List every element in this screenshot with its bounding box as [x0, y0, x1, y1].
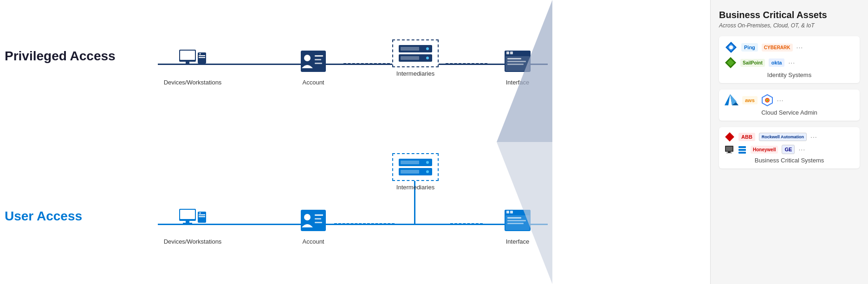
abb-text: ABB	[738, 133, 755, 141]
svg-point-18	[426, 57, 429, 59]
svg-rect-29	[186, 221, 189, 223]
svg-rect-1	[180, 51, 195, 60]
panel-subtitle: Across On-Premises, Cloud, OT, & IoT	[719, 22, 860, 29]
priv-intermediary-box	[392, 39, 439, 67]
cloud-admin-section: aws ··· Cloud Service Admin	[719, 90, 860, 121]
user-account-node: Account	[283, 206, 343, 245]
priv-interface-label: Interface	[506, 79, 530, 86]
cloud-label: Cloud Service Admin	[725, 109, 854, 116]
svg-rect-22	[506, 52, 509, 54]
svg-rect-11	[315, 59, 321, 60]
business-logos-row1: ABB Rockwell Automation ···	[725, 132, 854, 142]
identity-systems-section: Ping CYBERARK ··· SailPoint okta ··· Ide…	[719, 36, 860, 83]
svg-rect-43	[401, 170, 419, 174]
svg-point-68	[766, 100, 768, 101]
svg-rect-75	[738, 149, 746, 151]
user-intermediary-box	[392, 153, 439, 181]
dots-4: ···	[810, 133, 817, 141]
priv-device-icon	[176, 46, 209, 76]
gcp-logo	[761, 94, 773, 106]
svg-rect-72	[728, 152, 731, 153]
rockwell-text: Rockwell Automation	[759, 133, 807, 141]
svg-rect-42	[401, 161, 419, 164]
priv-account-node: Account	[283, 46, 343, 86]
user-intermediaries-node: Intermediaries	[385, 153, 446, 191]
svg-point-17	[426, 47, 429, 50]
svg-point-34	[200, 213, 201, 214]
dots-1: ···	[797, 44, 803, 51]
svg-rect-6	[199, 57, 205, 58]
svg-rect-52	[507, 220, 526, 221]
svg-point-59	[729, 45, 733, 49]
priv-intermediaries-label: Intermediaries	[396, 70, 434, 77]
svg-rect-69	[725, 132, 734, 142]
svg-rect-28	[180, 210, 195, 219]
monitor-icon	[725, 145, 734, 154]
svg-point-44	[426, 161, 429, 164]
svg-point-36	[304, 214, 311, 220]
user-account-icon	[297, 206, 330, 235]
dots-2: ···	[788, 59, 795, 66]
user-intermediaries-label: Intermediaries	[396, 184, 434, 191]
priv-account-label: Account	[303, 79, 324, 86]
priv-intermediaries-node: Intermediaries	[385, 39, 446, 77]
dots-5: ···	[798, 146, 805, 153]
panel-title: Business Critical Assets	[719, 9, 860, 20]
svg-rect-37	[315, 214, 323, 216]
dots-3: ···	[777, 97, 784, 104]
priv-dashed-left	[343, 63, 390, 65]
priv-account-icon	[297, 46, 330, 76]
right-panel: Business Critical Assets Across On-Premi…	[710, 0, 868, 284]
honeywell-text: Honeywell	[751, 146, 778, 154]
svg-rect-38	[315, 218, 321, 219]
svg-rect-3	[183, 64, 192, 65]
svg-rect-5	[199, 55, 205, 56]
user-interface-label: Interface	[506, 238, 530, 245]
priv-interface-icon	[501, 46, 534, 76]
svg-rect-16	[401, 56, 419, 60]
svg-rect-33	[199, 216, 205, 217]
svg-rect-51	[507, 217, 521, 219]
identity-label: Identity Systems	[725, 71, 854, 78]
user-access-label: User Access	[5, 209, 82, 224]
user-dashed-right	[450, 223, 483, 225]
svg-rect-32	[199, 214, 205, 215]
svg-rect-8	[301, 51, 326, 72]
main-diagram: Privileged Access User Access De	[0, 0, 710, 284]
svg-rect-10	[315, 55, 323, 57]
svg-rect-50	[510, 211, 513, 213]
sailpoint-text: SailPoint	[740, 59, 765, 67]
svg-point-7	[200, 53, 201, 55]
svg-point-9	[304, 55, 311, 61]
svg-rect-25	[507, 61, 526, 62]
priv-device-label: Devices/Workstations	[164, 79, 222, 86]
identity-logos-row2: SailPoint okta ···	[725, 57, 854, 69]
user-device-node: Devices/Workstations	[162, 206, 223, 245]
svg-rect-73	[726, 153, 732, 153]
svg-rect-12	[315, 63, 322, 64]
business-critical-section: ABB Rockwell Automation ···	[719, 127, 860, 168]
ge-text: GE	[782, 145, 795, 154]
aws-text: aws	[742, 96, 758, 104]
stack-icon	[738, 145, 747, 154]
priv-interface-node: Interface	[487, 46, 548, 86]
svg-rect-53	[507, 223, 524, 224]
svg-rect-30	[183, 223, 192, 224]
svg-rect-15	[401, 47, 419, 51]
user-interface-icon	[501, 206, 534, 235]
svg-point-45	[426, 170, 429, 173]
svg-rect-74	[738, 146, 746, 148]
priv-dashed-right	[446, 63, 487, 65]
business-logos-row2: Honeywell GE ···	[725, 145, 854, 154]
svg-rect-2	[186, 62, 189, 64]
svg-rect-26	[507, 64, 524, 65]
svg-rect-49	[506, 211, 509, 213]
user-account-label: Account	[303, 238, 324, 245]
ping-text: Ping	[741, 43, 758, 52]
identity-logos-row: Ping CYBERARK ···	[725, 41, 854, 54]
user-device-label: Devices/Workstations	[164, 238, 222, 245]
sailpoint-logo	[725, 57, 737, 69]
ping-logo	[725, 41, 738, 54]
azure-logo	[725, 94, 738, 106]
user-device-icon	[176, 206, 209, 235]
